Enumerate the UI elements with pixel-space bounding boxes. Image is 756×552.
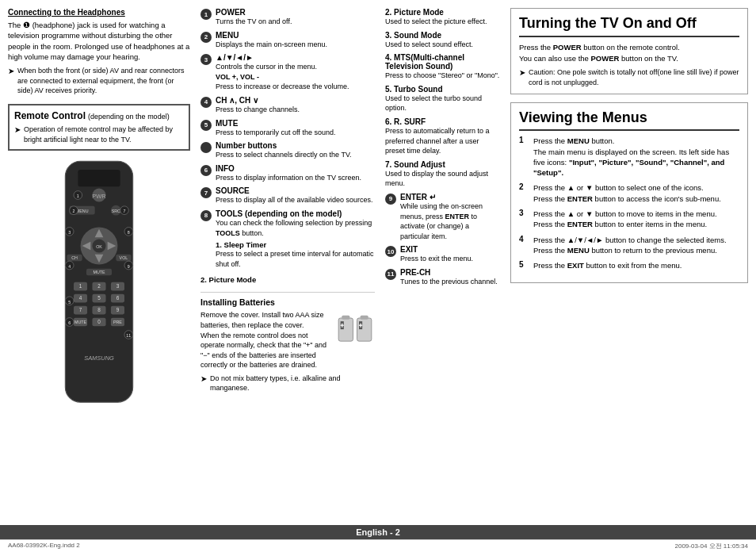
menu-bold-1: MENU	[567, 136, 590, 145]
svg-text:SRC: SRC	[112, 209, 120, 214]
sub-item-sleep: 1. Sleep Timer Press to select a preset …	[216, 240, 375, 269]
exit-bold-5: EXIT	[567, 261, 584, 270]
remote-arrow-icon: ➤	[14, 125, 21, 144]
svg-text:9: 9	[116, 307, 120, 312]
item-content-6: INFO Press to display information on the…	[216, 164, 375, 183]
svg-text:OK: OK	[96, 244, 102, 249]
viewing-step-4: 4 Press the ▲/▼/◄/► button to change the…	[519, 235, 739, 256]
viewing-menus-section: Viewing the Menus 1 Press the MENU butto…	[510, 102, 748, 282]
remote-item-3: 3 ▲/▼/◄/► Controls the cursor in the men…	[200, 53, 375, 92]
item-desc-7: Press to display all of the available vi…	[216, 195, 375, 205]
headphones-para1: The ❶ (headphone) jack is used for watch…	[8, 20, 190, 62]
svg-text:MUTE: MUTE	[74, 320, 87, 324]
svg-text:8: 8	[128, 230, 130, 235]
item-number-7: 7	[200, 187, 212, 198]
arrow-icon: ➤	[8, 67, 14, 96]
right-item-picture: 2. Picture Mode Used to select the pictu…	[385, 8, 500, 27]
right-item-sound: 3. Sound Mode Used to select sound effec…	[385, 31, 500, 50]
item-desc-5: Press to temporarily cut off the sound.	[216, 128, 375, 138]
right-item-prech-desc: Tunes to the previous channel.	[400, 277, 500, 287]
left-column: Connecting to the Headphones The ❶ (head…	[8, 8, 190, 517]
item-number-2: 2	[200, 32, 212, 43]
step-text-3: Press the ▲ or ▼ button to move to items…	[533, 209, 717, 230]
remote-item-6: 6 INFO Press to display information on t…	[200, 164, 375, 183]
batteries-text: Remove the cover. Install two AAA size b…	[200, 310, 329, 370]
item-desc-3b: VOL +, VOL -Press to increase or decreas…	[216, 72, 375, 92]
svg-rect-1	[78, 170, 120, 186]
batteries-row: Remove the cover. Install two AAA size b…	[200, 310, 375, 370]
sub-items-8: 1. Sleep Timer Press to select a preset …	[216, 240, 375, 269]
step-num-1: 1	[519, 136, 529, 144]
svg-text:VOL: VOL	[120, 255, 128, 260]
item-title-1: POWER	[216, 8, 375, 17]
viewing-menus-title: Viewing the Menus	[519, 109, 739, 131]
svg-text:4: 4	[79, 295, 82, 301]
right-item-turbo: 5. Turbo Sound Used to select the turbo …	[385, 85, 500, 113]
svg-text:6: 6	[68, 320, 71, 325]
svg-text:3: 3	[116, 283, 120, 289]
right-item-picture-content: 2. Picture Mode Used to select the pictu…	[385, 8, 500, 27]
remote-note-text: Operation of remote control may be affec…	[24, 125, 184, 144]
svg-text:PWR: PWR	[92, 193, 106, 200]
svg-text:1: 1	[79, 283, 82, 289]
remote-item-7: 7 SOURCE Press to display all of the ava…	[200, 186, 375, 205]
svg-text:0: 0	[97, 319, 101, 324]
page-bottom: AA68-03992K-Eng.indd 2 2009-03-04 오전 11:…	[0, 539, 756, 552]
viewing-steps-list: 1 Press the MENU button. The main menu i…	[519, 136, 739, 270]
svg-text:7: 7	[79, 307, 82, 312]
item-title-6: INFO	[216, 164, 375, 173]
bottom-right-text: 2009-03-04 오전 11:05:34	[674, 542, 748, 550]
icons-bold: "Input", "Picture", "Sound", "Channel", …	[533, 158, 724, 177]
right-item-enter-desc: While using the on-screen menus, press E…	[400, 201, 500, 241]
step-text-2: Press the ▲ or ▼ button to select one of…	[533, 182, 721, 204]
batteries-arrow-icon: ➤	[200, 374, 207, 393]
right-item-sound-desc: Used to select sound effect.	[385, 40, 500, 50]
remote-control-subtitle: (depending on the model)	[88, 113, 170, 121]
svg-text:1: 1	[77, 194, 79, 198]
turning-on-section: Turning the TV On and Off Press the POWE…	[510, 8, 748, 94]
remote-item-1: 1 POWER Turns the TV on and off.	[200, 8, 375, 27]
viewing-step-5: 5 Press the EXIT button to exit from the…	[519, 260, 739, 270]
sub-item-sleep-title: 1. Sleep Timer	[216, 240, 375, 249]
main-content: Connecting to the Headphones The ❶ (head…	[0, 0, 756, 525]
item-number-10: 10	[385, 246, 396, 257]
step-num-3: 3	[519, 209, 529, 217]
svg-text:5: 5	[68, 300, 71, 305]
remote-control-title: Remote Control	[14, 110, 86, 121]
power-bold: POWER	[553, 43, 582, 52]
right-item-soundadj-content: 7. Sound Adjust Used to display the soun…	[385, 160, 500, 189]
svg-text:3: 3	[68, 230, 71, 235]
right-item-mts: 4. MTS(Multi-channel Television Sound) P…	[385, 53, 500, 81]
svg-text:11: 11	[126, 333, 131, 338]
item-number-9: 9	[385, 194, 396, 205]
middle-right-items: 2. Picture Mode Used to select the pictu…	[385, 8, 504, 517]
enter-bold-2: ENTER	[567, 194, 593, 203]
svg-text:2: 2	[97, 283, 101, 289]
enter-bold-3: ENTER	[567, 220, 593, 228]
item-desc-3: Controls the cursor in the menu.	[216, 62, 375, 72]
headphones-note-text: When both the front (or side) AV and rea…	[17, 66, 190, 96]
remote-item-8: 8 TOOLS (depending on the model) You can…	[200, 209, 375, 271]
right-item-rsurf-content: 6. R. SURF Press to automatically return…	[385, 117, 500, 156]
remote-control-note: ➤ Operation of remote control may be aff…	[14, 125, 184, 144]
right-item-sound-content: 3. Sound Mode Used to select sound effec…	[385, 31, 500, 50]
item-number-4: 4	[200, 97, 212, 108]
remote-control-box: Remote Control (depending on the model) …	[8, 104, 190, 151]
right-item-enter-title: ENTER ↵	[400, 193, 500, 201]
svg-text:MUTE: MUTE	[93, 270, 105, 274]
right-item-exit-title: EXIT	[400, 245, 500, 254]
item-desc-2: Displays the main on-screen menu.	[216, 40, 375, 50]
remote-item-5: 5 MUTE Press to temporarily cut off the …	[200, 119, 375, 138]
item-number-8: 8	[200, 210, 212, 221]
item-title-5: MUTE	[216, 119, 375, 128]
right-item-exit-desc: Press to exit the menu.	[400, 254, 500, 264]
item-desc-8: You can check the following selection by…	[216, 218, 375, 238]
item-desc-5b: Press to select channels directly on the…	[216, 150, 375, 160]
item-title-4: CH ∧, CH ∨	[216, 96, 375, 105]
svg-text:8: 8	[97, 307, 101, 312]
headphones-section: Connecting to the Headphones The ❶ (head…	[8, 8, 190, 96]
remote-item-4: 4 CH ∧, CH ∨ Press to change channels.	[200, 96, 375, 115]
right-item-enter: 9 ENTER ↵ While using the on-screen menu…	[385, 193, 500, 241]
item-desc-1: Turns the TV on and off.	[216, 17, 375, 27]
item-number-11: 11	[385, 269, 396, 280]
